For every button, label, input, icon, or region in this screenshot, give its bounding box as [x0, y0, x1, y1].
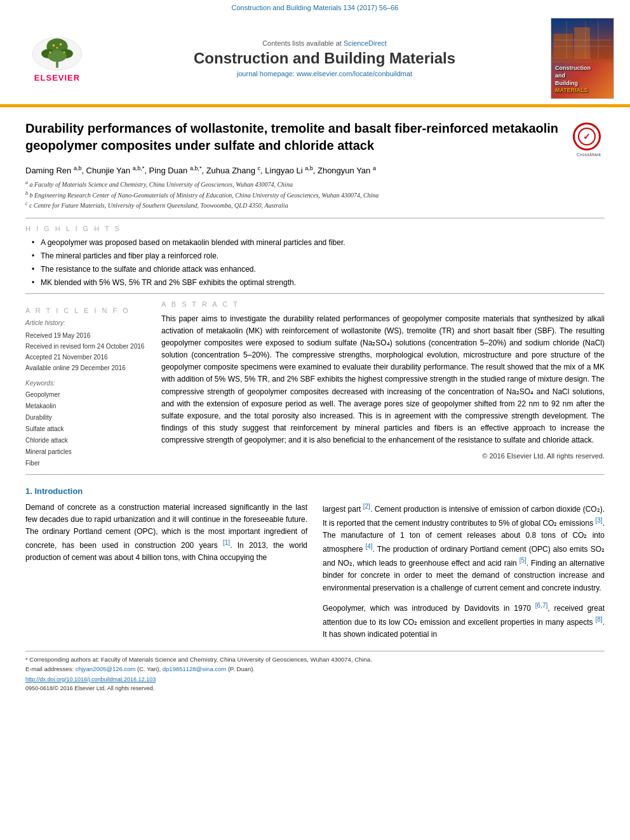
history-item: Accepted 21 November 2016: [25, 352, 146, 363]
highlight-item: A geopolymer was proposed based on metak…: [32, 237, 605, 248]
email-line: E-mail addresses: chjyan2005@126.com (C.…: [25, 665, 605, 674]
abstract-col: A B S T R A C T This paper aims to inves…: [161, 300, 605, 469]
section-heading-line: 1. Introduction: [25, 486, 605, 497]
email1-link[interactable]: chjyan2005@126.com: [76, 665, 136, 672]
keyword-item: Durability: [25, 412, 146, 423]
corresponding-note: * Corresponding authors at: Faculty of M…: [25, 655, 605, 664]
history-item: Received 19 May 2016: [25, 330, 146, 341]
affiliation-b: b b Engineering Research Center of Nano-…: [25, 190, 605, 200]
issn-line: 0950-0618/© 2016 Elsevier Ltd. All right…: [25, 685, 605, 691]
email2-link[interactable]: dp19851128@sina.com: [163, 665, 227, 672]
article-info-abstract-cols: A R T I C L E I N F O Article history: R…: [25, 300, 605, 469]
crossmark-icon[interactable]: ✓: [573, 123, 601, 150]
affiliation-c: c c Centre for Future Materials, Univers…: [25, 200, 605, 210]
contents-line: Contents lists available at ScienceDirec…: [102, 39, 547, 47]
article-info-label: A R T I C L E I N F O: [25, 307, 146, 314]
footnote-section: * Corresponding authors at: Faculty of M…: [25, 651, 605, 691]
intro-right-text-2: Geopolymer, which was introduced by Davi…: [323, 601, 605, 641]
cover-text-line3: Building: [555, 80, 610, 88]
doi-link[interactable]: http://dx.doi.org/10.1016/j.conbuildmat.…: [25, 676, 156, 683]
keyword-item: Mineral particles: [25, 446, 146, 458]
journal-homepage-line: journal homepage: www.elsevier.com/locat…: [102, 70, 547, 77]
doi-line: http://dx.doi.org/10.1016/j.conbuildmat.…: [25, 676, 605, 683]
svg-point-7: [60, 43, 62, 45]
intro-col-left: Demand of concrete as a construction mat…: [25, 502, 307, 641]
cover-text-line1: Construction: [555, 65, 610, 72]
highlights-label: H I G H L I G H T S: [25, 225, 605, 232]
authors-line: Daming Ren a,b, Chunjie Yan a,b,*, Ping …: [25, 165, 605, 175]
svg-point-6: [53, 44, 55, 46]
svg-rect-13: [574, 27, 590, 59]
abstract-copyright: © 2016 Elsevier Ltd. All rights reserved…: [161, 452, 605, 460]
journal-cover-area: Construction and Building MATERIALS: [547, 18, 617, 99]
article-title-section: Durability performances of wollastonite,…: [25, 120, 605, 157]
highlights-list: A geopolymer was proposed based on metak…: [25, 237, 605, 288]
svg-point-10: [64, 51, 65, 53]
journal-reference-strip: Construction and Building Materials 134 …: [0, 0, 630, 13]
keyword-item: Geopolymer: [25, 389, 146, 401]
keyword-item: Fiber: [25, 458, 146, 469]
elsevier-logo: ELSEVIER: [13, 35, 102, 83]
journal-title-area: Contents lists available at ScienceDirec…: [102, 39, 547, 77]
svg-text:✓: ✓: [583, 131, 591, 142]
journal-ref-text: Construction and Building Materials 134 …: [232, 4, 399, 11]
keyword-item: Sulfate attack: [25, 423, 146, 435]
homepage-url[interactable]: www.elsevier.com/locate/conbuildmat: [297, 70, 412, 77]
elsevier-tree-icon: [25, 35, 89, 73]
science-direct-link[interactable]: ScienceDirect: [344, 39, 387, 47]
divider-1: [25, 218, 605, 218]
history-label: Article history:: [25, 319, 146, 326]
introduction-section: 1. Introduction Demand of concrete as a …: [25, 486, 605, 641]
journal-cover-image: Construction and Building MATERIALS: [551, 18, 614, 99]
elsevier-logo-area: ELSEVIER: [13, 35, 102, 83]
article-title: Durability performances of wollastonite,…: [25, 120, 560, 154]
intro-two-col: Demand of concrete as a construction mat…: [25, 502, 605, 641]
highlight-item: The resistance to the sulfate and chlori…: [32, 264, 605, 275]
affiliation-a: a a Faculty of Materials Science and Che…: [25, 179, 605, 189]
history-item: Available online 29 December 2016: [25, 363, 146, 373]
article-info-col: A R T I C L E I N F O Article history: R…: [25, 300, 146, 469]
keyword-item: Metakaolin: [25, 401, 146, 412]
intro-left-text: Demand of concrete as a construction mat…: [25, 502, 307, 564]
section-number: 1. Introduction: [25, 486, 83, 496]
keywords-label: Keywords:: [25, 380, 146, 387]
divider-2: [25, 293, 605, 294]
keyword-item: Chloride attack: [25, 435, 146, 446]
abstract-label: A B S T R A C T: [161, 300, 605, 308]
elsevier-wordmark: ELSEVIER: [34, 73, 80, 83]
cover-bg-illustration: [554, 21, 612, 59]
intro-col-right: largest part [2]. Cement production is i…: [323, 502, 605, 641]
intro-right-text-1: largest part [2]. Cement production is i…: [323, 502, 605, 594]
abstract-text: This paper aims to investigate the durab…: [161, 313, 605, 447]
main-content: Durability performances of wollastonite,…: [0, 107, 630, 704]
svg-point-9: [50, 51, 51, 53]
journal-header: ELSEVIER Contents lists available at Sci…: [0, 13, 630, 105]
affiliations-block: a a Faculty of Materials Science and Che…: [25, 179, 605, 210]
cover-text-accent: MATERIALS: [555, 87, 610, 95]
svg-rect-14: [591, 40, 612, 59]
divider-3: [25, 474, 605, 475]
crossmark-label: CrossMark: [573, 152, 605, 157]
highlight-item: MK blended with 5% WS, 5% TR and 2% SBF …: [32, 277, 605, 288]
cover-text-line2: and: [555, 72, 610, 80]
svg-point-8: [57, 46, 58, 48]
crossmark-area: ✓ CrossMark: [573, 123, 605, 157]
keywords-list: Geopolymer Metakaolin Durability Sulfate…: [25, 389, 146, 469]
history-item: Received in revised form 24 October 2016: [25, 341, 146, 352]
article-history: Received 19 May 2016 Received in revised…: [25, 330, 146, 373]
journal-title: Construction and Building Materials: [102, 50, 547, 67]
highlight-item: The mineral particles and fiber play a r…: [32, 251, 605, 262]
